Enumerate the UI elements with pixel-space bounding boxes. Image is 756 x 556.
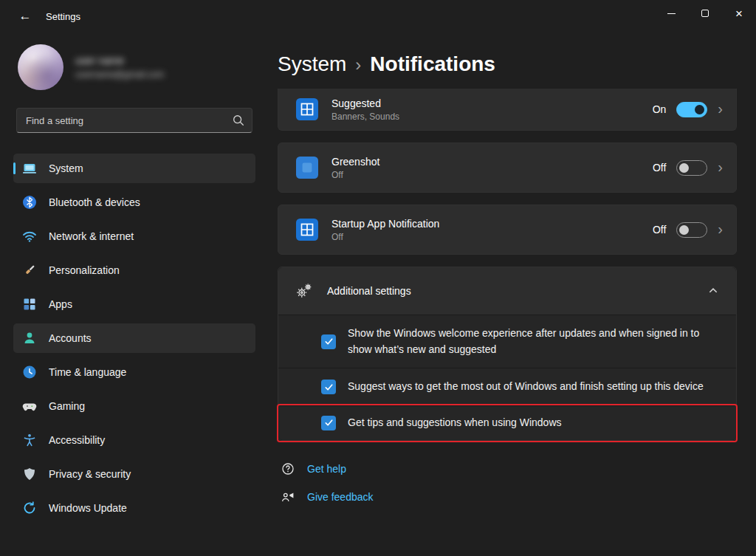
settings-list: Suggested Banners, Sounds On › Greenshot… (278, 89, 737, 441)
brush-icon (22, 263, 37, 278)
checkbox-row-get-tips[interactable]: Get tips and suggestions when using Wind… (278, 405, 736, 440)
additional-settings-title: Additional settings (327, 285, 695, 297)
person-icon (22, 331, 37, 346)
card-texts: Greenshot Off (331, 156, 639, 180)
sidebar-item-label: Network & internet (49, 230, 134, 242)
sidebar-item-label: Bluetooth & devices (49, 196, 140, 208)
sidebar-item-privacy-security[interactable]: Privacy & security (13, 459, 255, 489)
close-icon: × (735, 7, 743, 20)
toggle-switch[interactable] (676, 160, 707, 176)
sidebar-item-accounts[interactable]: Accounts (13, 323, 255, 353)
sidebar-item-bluetooth-devices[interactable]: Bluetooth & devices (13, 188, 255, 217)
shield-icon (22, 467, 37, 481)
checkbox-label: Suggest ways to get the most out of Wind… (348, 379, 704, 395)
avatar-image (18, 44, 63, 90)
give-feedback-label: Give feedback (307, 491, 374, 503)
toggle-knob (679, 225, 689, 235)
close-button[interactable]: × (722, 0, 756, 27)
monitor-icon (22, 161, 37, 176)
minimize-button[interactable] (654, 0, 688, 27)
sidebar-item-accessibility[interactable]: Accessibility (13, 425, 255, 455)
bluetooth-icon (22, 195, 37, 210)
chevron-right-icon[interactable]: › (718, 222, 723, 238)
help-icon (281, 461, 295, 476)
feedback-icon (281, 490, 295, 504)
clock-icon (22, 365, 37, 380)
sidebar-item-label: Time & language (49, 366, 126, 378)
titlebar: ← Settings × (0, 0, 756, 32)
maximize-button[interactable] (688, 0, 722, 27)
chevron-right-icon[interactable]: › (718, 159, 723, 176)
user-name: user name (75, 55, 164, 66)
back-button[interactable]: ← (10, 4, 40, 28)
sidebar-item-gaming[interactable]: Gaming (13, 391, 255, 421)
checkbox-checked-icon[interactable] (321, 416, 336, 430)
additional-settings-header[interactable]: Additional settings (278, 267, 736, 315)
main-content: System › Notifications Suggested Banners… (278, 32, 737, 556)
sidebar-item-label: Accounts (49, 332, 92, 344)
toggle-switch[interactable] (676, 222, 707, 238)
card-controls: On › (653, 101, 723, 118)
get-help-label: Get help (307, 463, 346, 475)
sidebar-item-label: Personalization (49, 264, 120, 276)
greenshot-icon (296, 157, 318, 179)
window-grid-icon (296, 219, 318, 241)
checkbox-checked-icon[interactable] (321, 334, 336, 349)
sidebar-item-label: System (49, 162, 83, 174)
give-feedback-link[interactable]: Give feedback (281, 490, 374, 504)
page-title: Notifications (370, 52, 495, 76)
checkbox-row-welcome-experience[interactable]: Show the Windows welcome experience afte… (278, 315, 736, 368)
toggle-knob (695, 105, 704, 114)
minimize-icon (667, 13, 676, 14)
selected-indicator (13, 162, 16, 174)
breadcrumb: System › Notifications (278, 49, 737, 80)
sidebar-item-personalization[interactable]: Personalization (13, 255, 255, 285)
window-grid-icon (296, 98, 318, 120)
toggle-state-label: Off (653, 224, 666, 236)
sidebar-nav: System Bluetooth & devices Network & int… (0, 154, 269, 523)
sidebar-item-label: Privacy & security (49, 468, 131, 480)
checkbox-checked-icon[interactable] (321, 380, 336, 394)
breadcrumb-separator-icon: › (355, 53, 361, 75)
profile-texts: user name username@gmail.com (75, 55, 164, 80)
breadcrumb-system[interactable]: System (278, 52, 346, 76)
sidebar-item-label: Gaming (49, 400, 85, 412)
controller-icon (22, 399, 37, 413)
toggle-switch[interactable] (676, 102, 707, 117)
card-greenshot[interactable]: Greenshot Off Off › (278, 143, 737, 193)
card-controls: Off › (653, 222, 723, 238)
avatar (18, 44, 63, 90)
user-profile[interactable]: user name username@gmail.com (0, 32, 269, 108)
chevron-up-icon[interactable] (708, 286, 718, 296)
additional-settings-group: Additional settings Show the Windows wel… (278, 267, 737, 441)
toggle-state-label: On (653, 103, 667, 115)
sidebar-item-label: Accessibility (49, 434, 105, 446)
back-arrow-icon: ← (19, 9, 32, 23)
card-controls: Off › (653, 159, 723, 176)
footer-links: Get help Give feedback (278, 461, 737, 504)
card-startup-app-notification[interactable]: Startup App Notification Off Off › (278, 205, 737, 255)
card-texts: Startup App Notification Off (331, 218, 639, 242)
gears-icon (295, 281, 314, 301)
sidebar: user name username@gmail.com System Blue… (0, 32, 269, 556)
card-subtitle: Off (331, 170, 639, 180)
sidebar-item-apps[interactable]: Apps (13, 289, 255, 319)
card-title: Startup App Notification (331, 218, 639, 230)
apps-grid-icon (22, 297, 37, 312)
card-subtitle: Banners, Sounds (331, 111, 639, 122)
sidebar-item-time-language[interactable]: Time & language (13, 357, 255, 387)
checkbox-label: Show the Windows welcome experience afte… (348, 326, 718, 357)
sidebar-item-network-internet[interactable]: Network & internet (13, 222, 255, 251)
card-suggested[interactable]: Suggested Banners, Sounds On › (278, 89, 737, 131)
search-input[interactable] (16, 108, 252, 133)
sidebar-item-windows-update[interactable]: Windows Update (13, 493, 255, 523)
sidebar-item-label: Apps (49, 298, 72, 310)
maximize-icon (701, 10, 709, 17)
checkbox-label: Get tips and suggestions when using Wind… (348, 415, 562, 431)
card-subtitle: Off (331, 232, 639, 242)
sidebar-item-system[interactable]: System (13, 154, 255, 183)
update-icon (22, 501, 37, 515)
chevron-right-icon[interactable]: › (718, 101, 723, 118)
get-help-link[interactable]: Get help (281, 461, 346, 476)
checkbox-row-suggest-ways[interactable]: Suggest ways to get the most out of Wind… (278, 368, 736, 405)
